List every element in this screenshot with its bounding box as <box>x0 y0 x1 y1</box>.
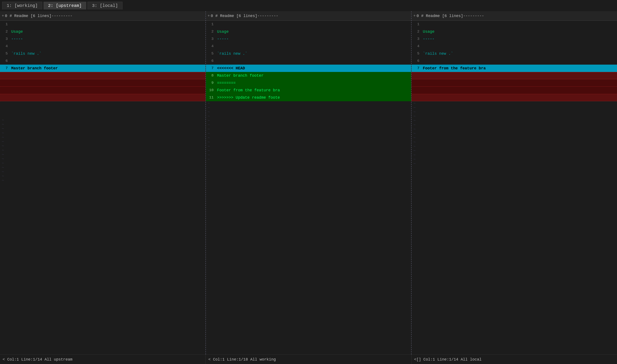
tilde-area: ~~~~~ ~~~~~ ~~~~~ <box>0 118 206 183</box>
pane-working: + 0 # Readme [6 lines]--------- 1 2 Usag… <box>0 11 206 354</box>
table-row: 2 Usage <box>0 28 206 35</box>
status-arrow-local: <[] Col:1 Line:1/14 All local <box>414 357 482 362</box>
table-row <box>411 79 617 87</box>
table-row: 10 Footer from the feature bra <box>206 87 411 94</box>
tab-bar: 1: [working] 2: [upstream] 3: [local] <box>0 0 617 11</box>
pane-upstream-title: 0 # Readme [6 lines]--------- <box>211 14 278 18</box>
table-row: 1 <box>206 21 411 28</box>
code-area-upstream[interactable]: 1 2 Usage 3 ----- 4 <box>206 21 411 354</box>
table-row: 3 ----- <box>206 35 411 43</box>
plus-icon-working: + <box>2 14 4 18</box>
pane-working-header: + 0 # Readme [6 lines]--------- <box>0 11 206 21</box>
tilde-line <box>0 101 206 118</box>
plus-icon-local: + <box>413 14 416 18</box>
table-row <box>0 94 206 101</box>
table-row: 1 <box>0 21 206 28</box>
pane-local: + 0 # Readme [6 lines]--------- 1 2 Usag… <box>411 11 617 354</box>
table-row: 2 Usage <box>206 28 411 35</box>
panes: + 0 # Readme [6 lines]--------- 1 2 Usag… <box>0 11 617 354</box>
table-row <box>0 79 206 87</box>
pane-upstream: + 0 # Readme [6 lines]--------- 1 2 Usag… <box>206 11 412 354</box>
table-row <box>411 94 617 101</box>
table-row: 7 Master branch footer <box>0 65 206 72</box>
tab-working[interactable]: 1: [working] <box>2 2 42 10</box>
table-row <box>411 72 617 79</box>
table-row: 7 Footer from the feature bra <box>411 65 617 72</box>
table-row: 9 ======== <box>206 79 411 87</box>
pane-local-title: 0 # Readme [6 lines]--------- <box>416 14 484 18</box>
table-row: 4 <box>206 43 411 50</box>
code-area-local[interactable]: 1 2 Usage 3 ----- 4 <box>411 21 617 354</box>
tilde-area: ~~~~~ ~~~~~ ~~~~ <box>206 101 411 162</box>
table-row: 7 <<<<<<< HEAD <box>206 65 411 72</box>
table-row <box>411 87 617 94</box>
status-bar: < Col:1 Line:1/14 All upstream < Col:1 L… <box>0 354 617 364</box>
table-row: 5 `rails new .` <box>411 50 617 57</box>
status-working: < Col:1 Line:1/14 All upstream <box>0 355 206 364</box>
table-row: 3 ----- <box>411 35 617 43</box>
table-row: 11 >>>>>>> Update readme foote <box>206 94 411 101</box>
pane-upstream-header: + 0 # Readme [6 lines]--------- <box>206 11 411 21</box>
editor-container: 1: [working] 2: [upstream] 3: [local] + … <box>0 0 617 364</box>
pane-working-title: 0 # Readme [6 lines]--------- <box>5 14 72 18</box>
tilde-area: ~~~~~ ~~~~~ ~~~~~ <box>411 101 617 166</box>
table-row <box>0 72 206 79</box>
table-row <box>0 87 206 94</box>
plus-icon-upstream: + <box>208 14 210 18</box>
status-upstream: < Col:1 Line:1/18 All working <box>206 355 411 364</box>
code-area-working[interactable]: 1 2 Usage 3 ----- 4 <box>0 21 206 354</box>
status-local: <[] Col:1 Line:1/14 All local <box>411 355 617 364</box>
pane-local-header: + 0 # Readme [6 lines]--------- <box>411 11 617 21</box>
status-arrow-upstream: < Col:1 Line:1/18 All working <box>208 357 276 362</box>
table-row: 1 <box>411 21 617 28</box>
table-row: 6 <box>206 57 411 65</box>
table-row: 4 <box>411 43 617 50</box>
tab-local[interactable]: 3: [local] <box>87 2 123 10</box>
table-row: 3 ----- <box>0 35 206 43</box>
table-row: 4 <box>0 43 206 50</box>
table-row: 8 Master branch footer <box>206 72 411 79</box>
tab-upstream[interactable]: 2: [upstream] <box>43 2 86 10</box>
table-row: 6 <box>411 57 617 65</box>
table-row: 2 Usage <box>411 28 617 35</box>
table-row: 5 `rails new .` <box>0 50 206 57</box>
table-row: 6 <box>0 57 206 65</box>
table-row: 5 `rails new .` <box>206 50 411 57</box>
status-arrow-working: < Col:1 Line:1/14 All upstream <box>3 357 72 362</box>
